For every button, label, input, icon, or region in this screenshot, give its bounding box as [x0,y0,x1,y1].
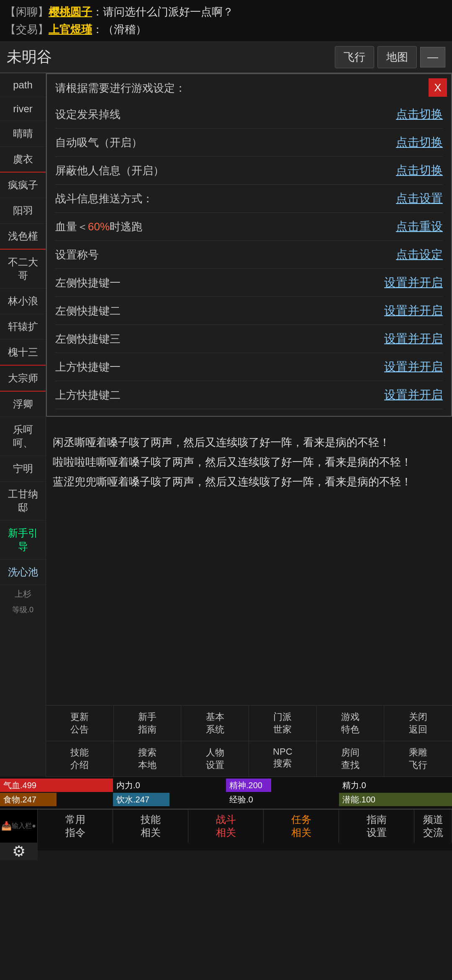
chat-text-1: 请问选什么门派好一点啊？ [103,5,234,18]
status-potential-value: 潜能.100 [342,794,375,805]
settings-row-0: 设定发呆掉线 点击切换 [55,101,443,129]
menu-row-2: 技能介绍 搜索本地 人物设置 NPC搜索 房间查找 乘雕飞行 [46,741,452,777]
status-bars: 气血.499 内力.0 精神.200 精力.0 食物.247 饮水.247 经验… [0,777,452,809]
settings-label-4: 血量＜60%时逃跑 [55,219,396,234]
chat-messages-area: 闲丞嘶哑着嗓子咳了两声，然后又连续咳了好一阵，看来是病的不轻！ 啦啦啦哇嘶哑着嗓… [46,429,452,498]
settings-action-4[interactable]: 点击重设 [396,219,443,235]
bottom-toolbar: 📥 输入栏● 常用指令 技能相关 战斗相关 任务相关 指南设置 频道交流 ⚙ [0,809,452,851]
status-mp-value: 内力.0 [116,780,140,791]
sidebar-item-gonggan[interactable]: 工甘纳邸 [0,482,46,521]
status-bar-hp: 气血.499 [0,779,113,792]
sidebar-item-huaishisan[interactable]: 槐十三 [0,340,46,366]
input-bar[interactable]: 📥 输入栏● [0,810,38,842]
toolbar-common-cmd[interactable]: 常用指令 [38,810,113,842]
settings-row-8: 左侧快捷键三 设置并开启 [55,325,443,353]
fly-button[interactable]: 飞行 [335,46,374,68]
menu-search-local[interactable]: 搜索本地 [114,741,182,776]
status-bar-st: 精力.0 [339,779,452,792]
toolbar-channel[interactable]: 频道交流 [414,810,452,842]
settings-label-6: 左侧快捷键一 [55,276,384,290]
sidebar-item-river[interactable]: river [0,97,46,121]
sidebar-item-dazongshi[interactable]: 大宗师 [0,366,46,392]
status-st-value: 精力.0 [342,780,366,791]
toolbar-skill[interactable]: 技能相关 [113,810,188,842]
settings-action-9[interactable]: 设置并开启 [384,359,443,375]
status-bar-food: 食物.247 [0,793,113,806]
settings-row-2: 屏蔽他人信息（开启） 点击切换 [55,157,443,185]
menu-game-feature[interactable]: 游戏特色 [317,706,385,741]
settings-row-10: 上方快捷键二 设置并开启 [55,381,443,409]
toolbar-guide-settings[interactable]: 指南设置 [339,810,414,842]
sidebar-item-lehehe[interactable]: 乐呵呵、 [0,417,46,456]
label-shanshan: 上杉 [0,585,46,603]
sidebar-item-linxiaolang[interactable]: 林小浪 [0,289,46,314]
chat-line-2: 【交易】上官煜瑾：（滑稽） [5,21,447,39]
status-bar-potential: 潜能.100 [339,793,452,806]
settings-row-6: 左侧快捷键一 设置并开启 [55,269,443,297]
sidebar-item-fuqing[interactable]: 浮卿 [0,392,46,417]
input-label: 输入栏● [12,822,36,830]
sidebar-item-path[interactable]: path [0,73,46,97]
menu-update-notice[interactable]: 更新公告 [46,706,114,741]
menu-skill-intro[interactable]: 技能介绍 [46,741,114,776]
toolbar-combat[interactable]: 战斗相关 [188,810,264,842]
menu-close-return[interactable]: 关闭返回 [384,706,452,741]
status-bar-exp: 经验.0 [226,793,339,806]
settings-row-5: 设置称号 点击设定 [55,241,443,269]
toolbar-task[interactable]: 任务相关 [264,810,339,842]
settings-action-7[interactable]: 设置并开启 [384,303,443,319]
sidebar-item-newplayer[interactable]: 新手引导 [0,521,46,560]
chat-tag-idle: 【闲聊】 [5,5,49,18]
sidebar-item-buerdage[interactable]: 不二大哥 [0,250,46,289]
settings-action-2[interactable]: 点击切换 [396,162,443,178]
menu-basic-system[interactable]: 基本系统 [181,706,249,741]
menu-npc-search[interactable]: NPC搜索 [249,741,317,776]
label-level: 等级.0 [0,603,46,616]
settings-row-7: 左侧快捷键二 设置并开启 [55,297,443,325]
status-hp-value: 气血.499 [3,780,36,791]
status-bar-sp: 精神.200 [226,779,339,792]
menu-row-1: 更新公告 新手指南 基本系统 门派世家 游戏特色 关闭返回 [46,706,452,741]
settings-action-5[interactable]: 点击设定 [396,247,443,263]
status-bar-water: 饮水.247 [113,793,226,806]
settings-close-button[interactable]: X [429,78,447,97]
menu-char-settings[interactable]: 人物设置 [181,741,249,776]
input-icon: 📥 [1,821,12,831]
menu-faction[interactable]: 门派世家 [249,706,317,741]
sidebar-item-washpool[interactable]: 洗心池 [0,560,46,585]
toolbar-gear-icon[interactable]: ⚙ [0,843,38,860]
menu-room-find[interactable]: 房间查找 [317,741,385,776]
status-sp-value: 精神.200 [229,780,262,791]
settings-label-9: 上方快捷键一 [55,360,384,374]
status-water-value: 饮水.247 [116,794,149,805]
sidebar-item-fengfengzi[interactable]: 疯疯子 [0,173,46,198]
menu-eagle-fly[interactable]: 乘雕飞行 [384,741,452,776]
map-button[interactable]: 地图 [378,46,417,68]
settings-action-8[interactable]: 设置并开启 [384,331,443,347]
page-title: 未明谷 [7,47,331,67]
minimize-button[interactable]: — [420,47,445,67]
settings-row-3: 战斗信息推送方式： 点击设置 [55,185,443,213]
settings-action-0[interactable]: 点击切换 [396,106,443,122]
main-layout: path river 晴晴 虞衣 疯疯子 阳羽 浅色槿 不二大哥 林小浪 轩辕扩… [0,73,452,777]
settings-label-7: 左侧快捷键二 [55,304,384,318]
sidebar-item-yangyu[interactable]: 阳羽 [0,198,46,224]
settings-label-1: 自动吸气（开启） [55,135,396,150]
settings-row-1: 自动吸气（开启） 点击切换 [55,129,443,157]
settings-label-8: 左侧快捷键三 [55,332,384,346]
status-row-1: 气血.499 内力.0 精神.200 精力.0 [0,779,452,792]
sidebar-item-qiansejin[interactable]: 浅色槿 [0,224,46,250]
settings-action-10[interactable]: 设置并开启 [384,387,443,403]
settings-label-5: 设置称号 [55,248,396,262]
settings-action-6[interactable]: 设置并开启 [384,275,443,291]
settings-action-1[interactable]: 点击切换 [396,134,443,150]
sidebar-item-yuyi[interactable]: 虞衣 [0,147,46,173]
sidebar-item-qingqing[interactable]: 晴晴 [0,121,46,147]
settings-action-3[interactable]: 点击设置 [396,191,443,206]
menu-new-guide[interactable]: 新手指南 [114,706,182,741]
status-row-2: 食物.247 饮水.247 经验.0 潜能.100 [0,793,452,806]
chat-tag-trade: 【交易】 [5,23,49,36]
sidebar-item-xuanyuankuo[interactable]: 轩辕扩 [0,314,46,340]
settings-label-3: 战斗信息推送方式： [55,191,396,206]
sidebar-item-ningming[interactable]: 宁明 [0,456,46,482]
